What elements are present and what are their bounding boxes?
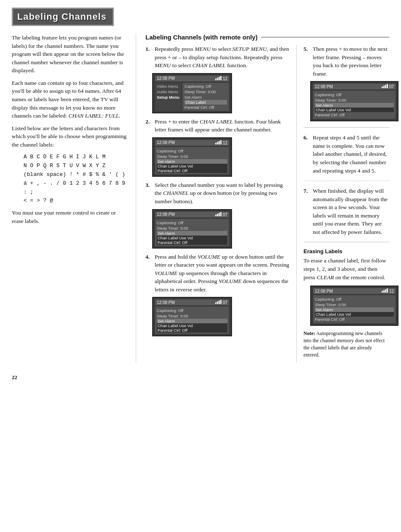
- steps-side: 5. Then press + to move to the next lett…: [297, 45, 389, 362]
- intro-paragraph-1: The labeling feature lets you program na…: [12, 34, 128, 75]
- erasing-text: To erase a channel label, first follow s…: [303, 257, 389, 281]
- note-text: Note: Autoprogramming new channels into …: [303, 330, 389, 358]
- step-4: 4. Press and hold the VOLUME up or down …: [145, 253, 290, 294]
- erasing-title: Erasing Labels: [303, 248, 389, 254]
- step-7: 7. When finished, the display will autom…: [303, 187, 389, 236]
- step-1: 1. Repeatedly press MENU to select SETUP…: [145, 45, 290, 70]
- steps-main: 1. Repeatedly press MENU to select SETUP…: [145, 45, 297, 362]
- character-list: A B C D E F G H I J K L M N O P Q R S T …: [24, 153, 128, 205]
- step-2: 2. Press + to enter the CHAN LABEL funct…: [145, 118, 290, 134]
- chars-intro: Listed below are the letters and charact…: [12, 124, 128, 149]
- left-column: The labeling feature lets you program na…: [12, 34, 136, 362]
- step-3: 3. Select the channel number you want to…: [145, 181, 290, 206]
- step-6: 6. Repeat steps 4 and 5 until the name i…: [303, 134, 389, 175]
- section-heading: Labeling Channels (with remote only): [145, 34, 389, 41]
- remote-note: You must use your remote control to crea…: [12, 209, 128, 225]
- page-number: 22: [12, 374, 389, 381]
- step-5: 5. Then press + to move to the next lett…: [303, 45, 389, 78]
- tv-screen-3: 12:08 PM 07 Captioning: Off Sleep Timer:…: [152, 209, 232, 249]
- right-column: Labeling Channels (with remote only) 1. …: [136, 34, 389, 362]
- tv-screen-4: 12:08 PM 07 Captioning: Off Sleep Timer:…: [152, 297, 232, 336]
- page-title: Labeling Channels: [12, 8, 114, 26]
- tv-screen-r2: 12:08 PM 12 Captioning: Off Sleep Timer:…: [310, 286, 398, 326]
- tv-screen-r1: 12:08 PM 07 Captioning: Off Sleep Timer:…: [310, 81, 398, 121]
- tv-screen-2: 12:08 PM 12 Captioning: Off Sleep Timer:…: [152, 137, 232, 177]
- tv-screen-1: 12:08 PM 12 Video Menu Audio Menu Se: [152, 73, 232, 113]
- intro-paragraph-2: Each name can contain up to four charact…: [12, 79, 128, 120]
